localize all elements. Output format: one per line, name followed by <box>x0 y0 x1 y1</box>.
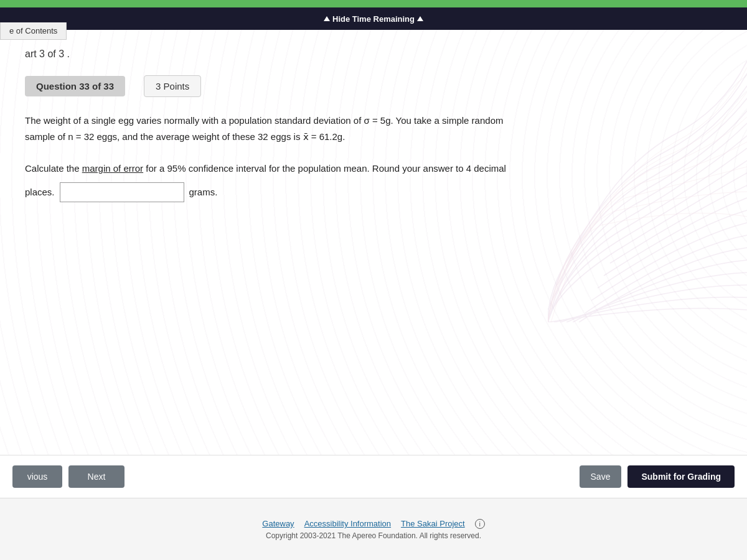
bottom-nav: vious Next Save Submit for Grading <box>0 455 747 498</box>
timer-bar <box>0 0 747 7</box>
triangle-up-icon <box>324 16 330 21</box>
hide-time-button[interactable]: Hide Time Remaining <box>324 14 423 24</box>
previous-button[interactable]: vious <box>12 465 62 488</box>
question-text-line3-4: Calculate the margin of error for a 95% … <box>25 161 722 177</box>
main-content: art 3 of 3 . Question 33 of 33 3 Points … <box>0 30 747 515</box>
copyright-text: Copyright 2003-2021 The Apereo Foundatio… <box>266 531 481 540</box>
sakai-link[interactable]: The Sakai Project <box>401 519 465 528</box>
next-button[interactable]: Next <box>68 465 125 488</box>
gateway-link[interactable]: Gateway <box>262 519 294 528</box>
question-text-line2: sample of n = 32 eggs, and the average w… <box>25 129 722 145</box>
margin-of-error-link[interactable]: margin of error <box>82 163 143 174</box>
submit-button[interactable]: Submit for Grading <box>627 465 735 488</box>
question-header: Question 33 of 33 3 Points <box>25 75 722 97</box>
footer-links: Gateway Accessibility Information The Sa… <box>262 519 484 529</box>
question-text-line1: The weight of a single egg varies normal… <box>25 113 722 129</box>
triangle-up-icon-right <box>417 16 423 21</box>
question-body: The weight of a single egg varies normal… <box>25 113 722 202</box>
points-label: 3 Points <box>144 75 201 97</box>
save-button[interactable]: Save <box>580 465 622 488</box>
answer-row: places. grams. <box>25 182 722 202</box>
toc-tab[interactable]: e of Contents <box>0 22 67 40</box>
info-icon[interactable]: i <box>475 519 485 529</box>
content-inner: art 3 of 3 . Question 33 of 33 3 Points … <box>25 49 722 202</box>
question-label: Question 33 of 33 <box>25 76 125 96</box>
answer-input[interactable] <box>60 182 184 202</box>
part-indicator: art 3 of 3 . <box>25 49 722 60</box>
footer: Gateway Accessibility Information The Sa… <box>0 498 747 560</box>
answer-unit: grams. <box>189 184 218 200</box>
top-bar: Hide Time Remaining <box>0 7 747 30</box>
hide-time-label: Hide Time Remaining <box>332 14 415 24</box>
toc-label: e of Contents <box>9 26 57 35</box>
accessibility-link[interactable]: Accessibility Information <box>304 519 391 528</box>
